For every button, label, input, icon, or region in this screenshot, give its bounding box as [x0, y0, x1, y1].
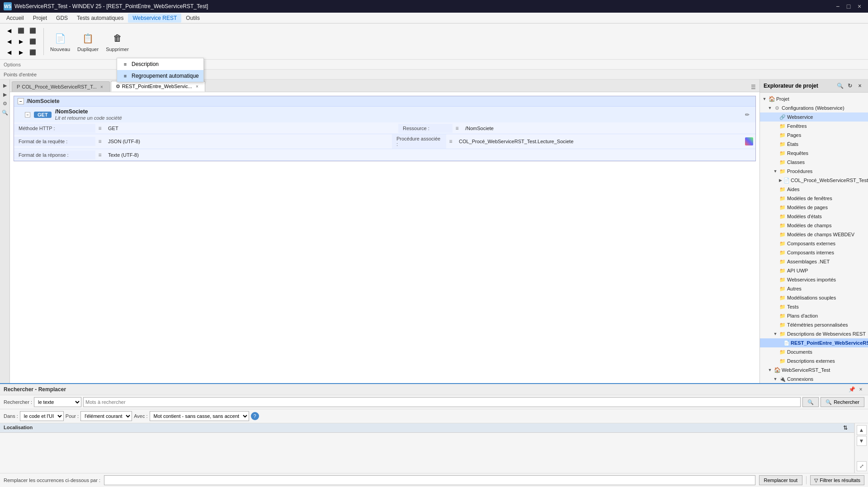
tree-item-telemetries[interactable]: 📁Télémétries personnalisées [760, 320, 868, 329]
tree-item-webservice[interactable]: 🔗Webservice [760, 112, 868, 122]
tree-item-composants-internes[interactable]: 📁Composants internes [760, 248, 868, 257]
tab-rest-point-entre[interactable]: ⚙ REST_PointEntre_WebServic... × [111, 81, 205, 92]
method-edit-btn[interactable]: ✏ [743, 110, 752, 119]
tree-item-webservices-importes[interactable]: 📁Webservices importés [760, 275, 868, 284]
dropdown-description[interactable]: ≡ Description [117, 58, 203, 70]
dans-select[interactable]: le code et l'UI le code [20, 411, 64, 421]
tree-item-descriptions-externes[interactable]: 📁Descriptions externes [760, 356, 868, 365]
detail-menu-icon-1[interactable]: ≡ [95, 125, 104, 131]
results-sort-icon[interactable]: ⇅ [843, 425, 850, 431]
tree-item-composants-externes[interactable]: 📁Composants externes [760, 239, 868, 248]
tree-item-modeles-fenetres[interactable]: 📁Modèles de fenêtres [760, 194, 868, 203]
sidebar-btn-4[interactable]: 🔍 [1, 108, 9, 117]
tree-item-descriptions-webservices[interactable]: ▼📁Descriptions de Webservices REST [760, 329, 868, 338]
tree-item-plans-action[interactable]: 📁Plans d'action [760, 311, 868, 320]
toolbar-icon-6[interactable]: ⬛ [27, 37, 38, 47]
toolbar-icon-7[interactable]: ◀ [4, 47, 14, 57]
search-input[interactable] [83, 397, 801, 407]
detail-menu-icon-3[interactable]: ≡ [95, 138, 104, 145]
filter-results-btn[interactable]: ▽ Filtrer les résultats [810, 475, 864, 485]
close-btn[interactable]: × [854, 1, 864, 11]
search-execute-btn[interactable]: 🔍 Rechercher [821, 397, 864, 407]
tab-rest-close[interactable]: × [194, 83, 200, 89]
nouveau-button[interactable]: 📄 Nouveau [47, 29, 73, 54]
menu-projet[interactable]: Projet [28, 14, 52, 23]
minimize-btn[interactable]: − [833, 1, 843, 11]
supprimer-button[interactable]: 🗑 Supprimer [103, 29, 132, 54]
resource-collapse-btn[interactable]: − [18, 98, 24, 104]
toolbar-icon-1[interactable]: ◀ [4, 26, 14, 36]
window-controls[interactable]: − □ × [833, 1, 864, 11]
tree-item-requetes[interactable]: 📁Requêtes [760, 149, 868, 158]
toolbar-icon-5[interactable]: ▶ [15, 37, 26, 47]
menu-webservice-rest[interactable]: Webservice REST [128, 14, 181, 23]
method-header[interactable]: − GET /NomSociete Lit et retourne un cod… [14, 107, 755, 122]
menu-outils[interactable]: Outils [181, 14, 204, 23]
tab-col-proce[interactable]: P COL_Procé_WebServiceRST_T... × [12, 81, 110, 92]
pour-select[interactable]: l'élément courant le projet [80, 411, 132, 421]
tree-item-assemblages-net[interactable]: 📁Assemblages .NET [760, 257, 868, 266]
tree-item-pages[interactable]: 📁Pages [760, 131, 868, 140]
tree-item-modelisations-souples[interactable]: 📁Modélisations souples [760, 293, 868, 302]
tree-item-aides[interactable]: 📁Aides [760, 185, 868, 194]
toolbar-icon-4[interactable]: ◀ [4, 37, 14, 47]
tab-menu-btn[interactable]: ☰ [749, 83, 758, 92]
maximize-btn[interactable]: □ [844, 1, 854, 11]
tree-item-configurations[interactable]: ▼⚙Configurations (Webservice) [760, 103, 868, 112]
toolbar-icon-2[interactable]: ⬛ [15, 26, 26, 36]
search-type-select[interactable]: le texte une expression [34, 397, 81, 407]
tree-item-modeles-champs[interactable]: 📁Modèles de champs [760, 221, 868, 230]
search-close-btn[interactable]: × [857, 386, 864, 393]
search-panel: Rechercher - Remplacer 📌 × Rechercher : … [0, 383, 868, 487]
toolbar-icon-8[interactable]: ▶ [15, 47, 26, 57]
menu-tests-automatiques[interactable]: Tests automatiques [72, 14, 128, 23]
tree-item-documents[interactable]: 📁Documents [760, 347, 868, 356]
tree-item-connexions[interactable]: ▼🔌Connexions [760, 375, 868, 383]
tree-item-rest-point-entre-item[interactable]: 📄REST_PointEntre_WebServiceRST_Test [760, 338, 868, 347]
detail-menu-icon-4[interactable]: ≡ [446, 138, 455, 145]
sidebar-btn-3[interactable]: ⚙ [1, 99, 9, 108]
tree-item-modeles-etats[interactable]: 📁Modèles d'états [760, 212, 868, 221]
toolbar-icon-9[interactable]: ⬛ [27, 47, 38, 57]
tree-item-fenetres[interactable]: 📁Fenêtres [760, 122, 868, 131]
menu-gds[interactable]: GDS [52, 14, 72, 23]
tree-item-tests[interactable]: 📁Tests [760, 302, 868, 311]
tab-col-proce-close[interactable]: × [99, 84, 105, 90]
search-pin-btn[interactable]: 📌 [848, 386, 855, 393]
tree-arrow-connexions: ▼ [773, 377, 778, 381]
results-down-btn[interactable]: ▼ [857, 436, 867, 446]
resource-header[interactable]: − /NomSociete [14, 96, 755, 106]
tree-item-etats[interactable]: 📁États [760, 140, 868, 149]
method-collapse-btn[interactable]: − [25, 112, 30, 117]
tree-item-api-uwp[interactable]: 📁API UWP [760, 266, 868, 275]
detail-menu-icon-2[interactable]: ≡ [453, 125, 462, 131]
replace-input[interactable] [104, 475, 755, 485]
help-icon[interactable]: ? [251, 412, 259, 420]
results-up-btn[interactable]: ▲ [857, 425, 867, 435]
detail-menu-icon-5[interactable]: ≡ [95, 152, 104, 158]
toolbar-icon-3[interactable]: ⬛ [27, 26, 38, 36]
explorer-close-btn[interactable]: × [855, 81, 864, 90]
procedure-color-btn[interactable] [743, 137, 755, 145]
tree-item-webservicerst-test[interactable]: ▼🏠WebServiceRST_Test [760, 365, 868, 375]
tree-item-autres[interactable]: 📁Autres [760, 284, 868, 293]
content-area[interactable]: − /NomSociete − GET /NomSociete Lit et r… [10, 92, 760, 383]
results-expand-btn[interactable]: ⤢ [857, 461, 867, 471]
dupliquer-button[interactable]: 📋 Dupliquer [75, 29, 101, 54]
tree-item-projet[interactable]: ▼🏠Projet [760, 94, 868, 103]
tree-item-procedures[interactable]: ▼📁Procédures [760, 167, 868, 176]
explorer-search-btn[interactable]: 🔍 [835, 81, 844, 90]
tree-item-modeles-champs-webdev[interactable]: 📁Modèles de champs WEBDEV [760, 230, 868, 239]
tree-item-modeles-pages[interactable]: 📁Modèles de pages [760, 203, 868, 212]
tree-item-classes[interactable]: 📁Classes [760, 158, 868, 167]
explorer-refresh-btn[interactable]: ↻ [845, 81, 854, 90]
avec-select[interactable]: Mot contient - sans casse, sans accent M… [150, 411, 249, 421]
menu-accueil[interactable]: Accueil [2, 14, 28, 23]
sidebar-btn-2[interactable]: ▶ [1, 90, 9, 98]
replace-btn[interactable]: Remplacer tout [759, 475, 803, 485]
tree-item-col-proce-item[interactable]: ▶📄COL_Procé_WebServiceRST_Test [760, 176, 868, 185]
project-tree[interactable]: ▼🏠Projet▼⚙Configurations (Webservice) 🔗W… [760, 93, 868, 383]
search-icon-btn[interactable]: 🔍 [802, 397, 819, 407]
sidebar-btn-1[interactable]: ▶ [1, 81, 9, 89]
dropdown-regroupement[interactable]: ≡ Regroupement automatique [117, 70, 203, 82]
